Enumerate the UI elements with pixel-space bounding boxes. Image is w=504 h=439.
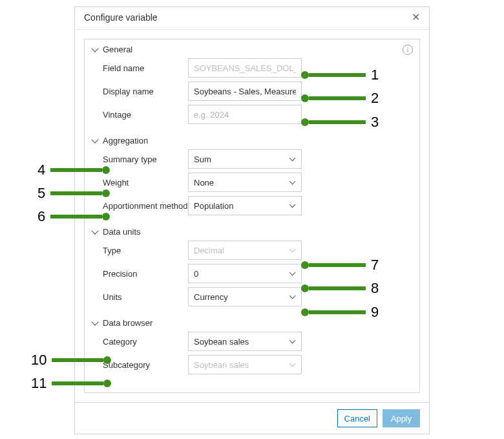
annotation-line [50, 191, 102, 195]
label-field-name: Field name [91, 63, 188, 73]
annotation-line [52, 358, 103, 362]
row-summary-type: Summary type Sum [91, 149, 413, 169]
type-select: Decimal [188, 241, 302, 260]
annotation-line [309, 310, 366, 314]
chevron-down-icon [91, 227, 98, 234]
annotation-number: 6 [32, 208, 50, 225]
annotation-line [309, 286, 366, 290]
annotation-line [309, 73, 366, 77]
category-select[interactable]: Soybean sales [188, 332, 302, 351]
dialog-footer: Cancel Apply [75, 402, 429, 434]
annotation-dot [301, 284, 309, 292]
annotation-7: 7 [301, 257, 384, 273]
section-title-general: General [103, 45, 132, 54]
annotation-dot [301, 261, 309, 269]
summary-type-select[interactable]: Sum [188, 149, 302, 169]
apply-button[interactable]: Apply [383, 409, 420, 427]
apportionment-value: Population [194, 201, 296, 211]
annotation-10: 10 [26, 352, 111, 369]
label-units: Units [91, 292, 188, 302]
annotation-line [309, 263, 366, 267]
annotation-dot [102, 213, 110, 220]
annotation-dot [102, 166, 110, 174]
summary-type-value: Sum [194, 155, 296, 164]
precision-value: 0 [194, 269, 296, 279]
row-weight: Weight None [91, 173, 413, 192]
weight-select[interactable]: None [188, 173, 302, 192]
close-icon[interactable]: ✕ [412, 12, 420, 23]
annotation-11: 11 [26, 375, 111, 392]
units-value: Currency [194, 292, 296, 302]
annotation-number: 8 [366, 280, 384, 297]
label-display-name: Display name [91, 87, 188, 96]
section-toggle-aggregation[interactable]: Aggregation [91, 136, 413, 145]
section-toggle-data-units[interactable]: Data units [91, 227, 413, 237]
section-title-aggregation: Aggregation [103, 136, 148, 145]
annotation-8: 8 [301, 280, 384, 297]
precision-select[interactable]: 0 [188, 264, 302, 283]
vintage-input[interactable]: e.g. 2024 [188, 105, 302, 124]
dialog-title: Configure variable [84, 12, 158, 23]
cancel-button[interactable]: Cancel [337, 409, 377, 427]
annotation-line [309, 96, 366, 100]
dialog-body: i General Field name SOYBEANS_SALES_DOL_… [75, 30, 429, 402]
annotation-number: 5 [32, 185, 50, 202]
annotation-number: 3 [366, 114, 384, 131]
chevron-down-icon [91, 318, 98, 325]
annotation-9: 9 [301, 304, 384, 321]
weight-value: None [194, 178, 296, 187]
label-precision: Precision [91, 269, 188, 279]
chevron-down-icon [91, 45, 98, 52]
annotation-3: 3 [301, 114, 384, 131]
annotation-dot [103, 356, 111, 364]
annotation-number: 9 [366, 304, 384, 321]
apportionment-select[interactable]: Population [188, 196, 302, 215]
row-category: Category Soybean sales [91, 332, 413, 351]
annotation-6: 6 [32, 208, 110, 225]
annotation-number: 4 [32, 162, 50, 178]
row-apportionment: Apportionment method Population [91, 196, 413, 215]
annotation-dot [301, 308, 309, 316]
field-name-input: SOYBEANS_SALES_DOL_TOT [188, 58, 302, 78]
annotation-dot [103, 380, 111, 387]
display-name-value: Soybeans - Sales, Measured In [194, 87, 296, 96]
section-title-data-browser: Data browser [103, 318, 152, 328]
chevron-down-icon [91, 136, 98, 143]
dialog-header: Configure variable ✕ [75, 7, 429, 30]
label-type: Type [91, 246, 188, 255]
row-subcategory: Subcategory Soybean sales [91, 355, 413, 374]
annotation-number: 11 [26, 375, 52, 392]
section-toggle-general[interactable]: General [91, 45, 413, 54]
vintage-placeholder: e.g. 2024 [194, 110, 296, 120]
annotation-number: 2 [366, 90, 384, 107]
annotation-dot [301, 118, 309, 126]
annotation-number: 10 [26, 352, 52, 369]
label-vintage: Vintage [91, 110, 188, 120]
annotation-1: 1 [301, 67, 384, 83]
type-value: Decimal [194, 246, 296, 255]
annotation-5: 5 [32, 185, 110, 202]
annotation-line [309, 120, 366, 124]
annotation-line [50, 215, 102, 219]
display-name-input[interactable]: Soybeans - Sales, Measured In [188, 81, 302, 101]
info-icon[interactable]: i [403, 45, 413, 55]
annotation-dot [301, 94, 309, 102]
annotation-line [50, 168, 102, 172]
subcategory-select: Soybean sales [188, 355, 302, 374]
annotation-dot [301, 71, 309, 79]
subcategory-value: Soybean sales [194, 360, 296, 370]
section-title-data-units: Data units [103, 227, 141, 237]
annotation-number: 7 [366, 257, 384, 273]
annotation-number: 1 [366, 67, 384, 83]
annotation-4: 4 [32, 162, 110, 178]
label-category: Category [91, 337, 188, 347]
annotation-dot [102, 189, 110, 197]
field-name-value: SOYBEANS_SALES_DOL_TOT [194, 63, 296, 73]
units-select[interactable]: Currency [188, 287, 302, 306]
category-value: Soybean sales [194, 337, 296, 347]
annotation-line [52, 381, 103, 385]
annotation-2: 2 [301, 90, 384, 107]
